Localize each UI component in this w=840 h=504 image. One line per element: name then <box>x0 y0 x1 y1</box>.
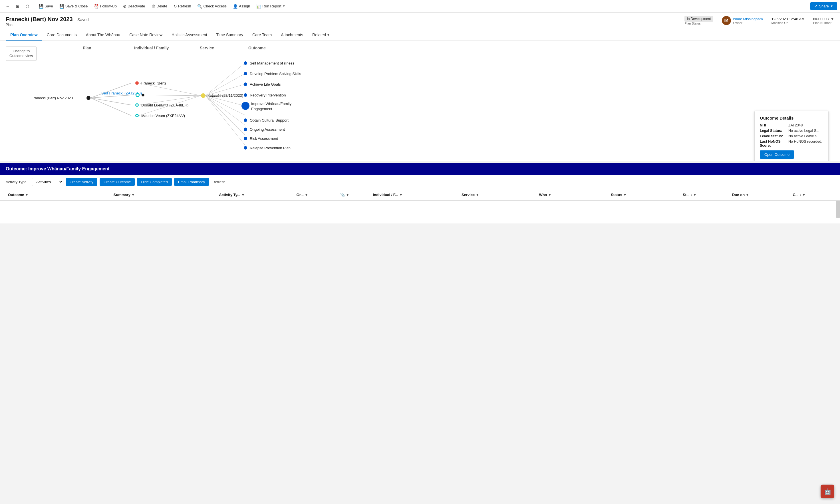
refresh-button[interactable]: ↻ Refresh <box>171 3 194 10</box>
th-service[interactable]: Service ▼ <box>459 192 537 198</box>
popup-leave-label: Leave Status: <box>760 134 788 138</box>
svg-point-5 <box>136 104 138 106</box>
svg-line-3 <box>90 98 131 115</box>
activity-type-label: Activity Type : <box>6 180 29 184</box>
owner-name[interactable]: Isaac Missingham <box>733 17 763 21</box>
svg-line-17 <box>205 96 245 125</box>
tab-case-note-review[interactable]: Case Note Review <box>125 30 167 40</box>
tab-core-documents[interactable]: Core Documents <box>42 30 81 40</box>
th-outcome[interactable]: Outcome ▼ <box>6 192 111 198</box>
create-outcome-button[interactable]: Create Outcome <box>100 178 135 186</box>
th-status[interactable]: Status ▼ <box>609 192 680 198</box>
popup-leave-row: Leave Status: No active Leave S... <box>760 134 823 138</box>
refresh-link[interactable]: Refresh <box>212 180 226 184</box>
activity-section: Outcome: Improve Whānau/Family Engagemen… <box>0 163 840 223</box>
tab-time-summary[interactable]: Time Summary <box>212 30 248 40</box>
plan-status-value: In Development <box>684 16 713 22</box>
activity-type-select[interactable]: Activities <box>32 178 64 186</box>
record-meta: In Development Plan Status IM Isaac Miss… <box>684 16 834 25</box>
c-filter-icon[interactable]: ▼ <box>802 193 805 197</box>
svg-point-4 <box>137 94 139 96</box>
tab-plan-overview[interactable]: Plan Overview <box>6 30 42 40</box>
acttype-filter-icon[interactable]: ▼ <box>242 193 245 197</box>
outcome-filter-icon[interactable]: ▼ <box>25 193 28 197</box>
popup-nhi-value: ZAT2348 <box>788 123 803 127</box>
popout-icon: ⬡ <box>26 4 29 8</box>
back-button[interactable]: ← <box>3 3 13 10</box>
tab-care-team[interactable]: Care Team <box>248 30 276 40</box>
run-report-button[interactable]: 📊 Run Report ▼ <box>253 3 288 10</box>
list-view-button[interactable]: ⊞ <box>13 3 22 10</box>
share-chevron: ▼ <box>830 4 833 8</box>
delete-button[interactable]: 🗑 Delete <box>148 3 170 10</box>
st-sort-icon[interactable]: ↓ <box>691 193 692 196</box>
th-st[interactable]: St... ↓ ▼ <box>680 192 730 198</box>
outcome-label-7: Ongoing Assessment <box>250 127 285 131</box>
popout-button[interactable]: ⬡ <box>23 3 32 10</box>
th-gr[interactable]: Gr... ▼ <box>294 192 338 198</box>
th-individual[interactable]: Individual / F... ▼ <box>371 192 459 198</box>
list-icon: ⊞ <box>16 4 19 8</box>
plan-status-meta: In Development Plan Status <box>684 16 713 25</box>
st-filter-icon[interactable]: ▼ <box>693 193 696 197</box>
th-summary-label: Summary <box>113 193 130 197</box>
gr-filter-icon[interactable]: ▼ <box>305 193 308 197</box>
run-report-icon: 📊 <box>256 4 261 8</box>
outcome-dot-5-selected <box>242 102 249 110</box>
email-pharmacy-button[interactable]: Email Pharmacy <box>174 178 209 186</box>
attach-icon: 📎 <box>340 193 345 197</box>
open-outcome-button[interactable]: Open Outcome <box>760 150 794 159</box>
tab-about-whanau[interactable]: About The Whānau <box>81 30 125 40</box>
deactivate-button[interactable]: ⊘ Deactivate <box>120 3 148 10</box>
popup-nhi-row: NHI ZAT2348 <box>760 123 823 127</box>
service-filter-icon[interactable]: ▼ <box>476 193 479 197</box>
svg-line-8 <box>140 95 201 96</box>
popup-honos-label: Last HoNOS Score: <box>760 140 788 147</box>
plan-status-label: Plan Status <box>684 22 713 25</box>
outcome-label-4: Recovery Intervention <box>250 93 286 97</box>
tab-attachments[interactable]: Attachments <box>276 30 308 40</box>
record-title: Franecki (Bert) Nov 2023 <box>6 16 73 22</box>
plan-node-dot <box>87 96 90 100</box>
check-access-button[interactable]: 🔍 Check Access <box>194 3 230 10</box>
refresh-icon: ↻ <box>174 4 177 8</box>
c-sort-icon[interactable]: ↓ <box>800 193 801 196</box>
th-who[interactable]: Who ▼ <box>537 192 609 198</box>
outcome-dot-6 <box>244 119 247 122</box>
assign-button[interactable]: 👤 Assign <box>230 3 253 10</box>
activity-header-text: Outcome: Improve Whānau/Family Engagemen… <box>6 166 110 171</box>
save-close-label: Save & Close <box>65 4 88 8</box>
save-button[interactable]: 💾 Save <box>36 3 56 10</box>
summary-filter-icon[interactable]: ▼ <box>131 193 135 197</box>
outcome-label-1: Self Management of illness <box>250 61 294 65</box>
outcome-dot-2 <box>244 72 247 75</box>
outcome-label-6: Obtain Cultural Support <box>250 118 289 122</box>
run-report-chevron: ▼ <box>283 4 285 8</box>
scrollbar[interactable] <box>836 201 840 218</box>
th-acttype[interactable]: Activity Ty... ▼ <box>217 192 294 198</box>
save-close-icon: 💾 <box>59 4 64 8</box>
share-button[interactable]: ↗ Share ▼ <box>810 2 837 10</box>
tab-holistic-assessment[interactable]: Holistic Assessment <box>167 30 212 40</box>
delete-icon: 🗑 <box>151 4 155 8</box>
th-summary[interactable]: Summary ▼ <box>111 192 217 198</box>
col-plan-label: Plan <box>83 46 91 50</box>
status-filter-icon[interactable]: ▼ <box>623 193 626 197</box>
save-close-button[interactable]: 💾 Save & Close <box>56 3 91 10</box>
dueon-filter-icon[interactable]: ▼ <box>746 193 749 197</box>
delete-label: Delete <box>156 4 167 8</box>
outcome-label-2: Develop Problem Solving Skills <box>250 72 301 76</box>
tab-related[interactable]: Related ▼ <box>308 30 334 40</box>
create-activity-button[interactable]: Create Activity <box>66 178 97 186</box>
modified-on-value: 12/6/2023 12:48 AM <box>771 17 805 21</box>
who-filter-icon[interactable]: ▼ <box>548 193 551 197</box>
th-c[interactable]: C... ↓ ▼ <box>790 192 834 198</box>
attach-filter-icon[interactable]: ▼ <box>346 193 349 197</box>
deactivate-icon: ⊘ <box>123 4 126 8</box>
th-attach[interactable]: 📎 ▼ <box>338 192 371 198</box>
hide-completed-button[interactable]: Hide Completed <box>137 178 172 186</box>
follow-up-button[interactable]: ⏰ Follow-Up <box>91 3 120 10</box>
individual-filter-icon[interactable]: ▼ <box>399 193 403 197</box>
th-dueon[interactable]: Due on ▼ <box>730 192 790 198</box>
plan-number-chevron[interactable]: ▼ <box>830 17 834 21</box>
